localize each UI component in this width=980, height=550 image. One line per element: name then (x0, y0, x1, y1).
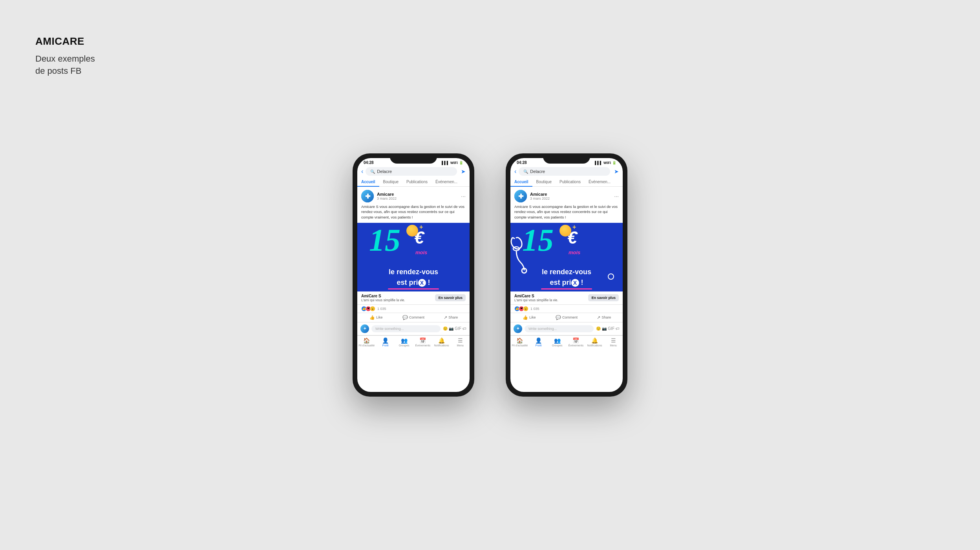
nav-notifs-label-2: Notifications (587, 344, 602, 347)
share-btn-1[interactable]: ↗ Share (432, 313, 470, 322)
avatar-1: ✚ (361, 190, 374, 202)
search-input-area-1[interactable]: 🔍 Delacre (366, 167, 457, 176)
reactions-row-2: 👍 ❤ 😮 1 035 (510, 305, 623, 313)
avatar-inner-2: ✚ (514, 190, 527, 202)
wow-reaction-2: 😮 (523, 306, 528, 311)
like-label-2: Like (529, 315, 536, 319)
profil-icon-2: 👤 (535, 337, 542, 344)
comment-input-1[interactable]: Write something... (371, 325, 441, 332)
share-icon-action-2: ↗ (597, 315, 600, 320)
nav-groupes-2[interactable]: 👥 Groupes (548, 337, 567, 347)
notifs-icon-1: 🔔 (438, 337, 445, 344)
circle-o-2 (608, 273, 614, 280)
ad-image-1: + 15 € mois le rendez-vous est priX ! (357, 223, 470, 291)
nav-notifs-1[interactable]: 🔔 Notifications (432, 337, 451, 347)
mois-text-2: mois (569, 250, 580, 255)
nav-groupes-1[interactable]: 👥 Groupes (395, 337, 413, 347)
post-header-1: ✚ Amicare 3 mars 2022 ··· (357, 187, 470, 204)
search-icon-1: 🔍 (370, 169, 375, 174)
comment-emoji-row-1: 🙂 📷 GIF 🏷 (443, 326, 466, 331)
prix-x-2: X (571, 279, 579, 287)
learn-more-btn-1[interactable]: En savoir plus (435, 294, 466, 301)
tab-accueil-1[interactable]: Accueil (357, 177, 379, 186)
photo-icon-2[interactable]: 📷 (602, 326, 607, 331)
post-author-1: Amicare (377, 192, 458, 197)
post-menu-1[interactable]: ··· (461, 193, 466, 199)
post-menu-2[interactable]: ··· (614, 193, 619, 199)
nav-menu-label-2: Menu (610, 344, 617, 347)
search-bar-1[interactable]: ‹ 🔍 Delacre ➤ (357, 166, 470, 177)
ad-page-name-2: AmiCare S (514, 294, 558, 298)
gif-icon-1[interactable]: GIF (455, 326, 461, 331)
ad-footer-left-1: AmiCare S L'ami qui vous simplifie la vi… (361, 294, 405, 302)
underline-2 (541, 288, 592, 290)
share-icon-1[interactable]: ➤ (461, 168, 466, 175)
comment-btn-1[interactable]: 💬 Comment (395, 313, 432, 322)
nav-menu-1[interactable]: ☰ Menu (451, 337, 470, 347)
emoji-icon-1[interactable]: 🙂 (443, 326, 448, 331)
action-row-2: 👍 Like 💬 Comment ↗ Share (510, 313, 623, 322)
comment-avatar-1: ✚ (360, 324, 369, 333)
comment-row-1: ✚ Write something... 🙂 📷 GIF 🏷 (357, 322, 470, 335)
comment-input-2[interactable]: Write something... (525, 325, 594, 332)
profil-icon-1: 👤 (382, 337, 389, 344)
tab-evenements-1[interactable]: Événemen... (431, 177, 461, 186)
subtitle: Deux exemples de posts FB (35, 53, 95, 77)
comment-avatar-2: ✚ (514, 324, 522, 333)
status-icons-1: ▌▌▌ WiFi 🔋 (442, 161, 463, 165)
nav-evenements-1[interactable]: 📅 Événements (413, 337, 432, 347)
tab-accueil-2[interactable]: Accueil (510, 177, 532, 186)
search-input-area-2[interactable]: 🔍 Delacre (519, 167, 610, 176)
nav-evenements-2[interactable]: 📅 Événements (567, 337, 585, 347)
nav-menu-2[interactable]: ☰ Menu (604, 337, 623, 347)
ad-footer-1: AmiCare S L'ami qui vous simplifie la vi… (357, 291, 470, 305)
status-icons-2: ▌▌▌ WiFi 🔋 (595, 161, 616, 165)
big-price-1: 15 (369, 226, 400, 254)
phone-1: 04:28 ▌▌▌ WiFi 🔋 ‹ 🔍 Delacre ➤ Accueil (353, 153, 474, 397)
photo-icon-1[interactable]: 📷 (449, 326, 453, 331)
comment-btn-2[interactable]: 💬 Comment (548, 313, 585, 322)
notifs-icon-2: 🔔 (591, 337, 598, 344)
nav-feed-2[interactable]: 🏠 Fil d'actualité (510, 337, 529, 347)
like-btn-1[interactable]: 👍 Like (357, 313, 395, 322)
post-text-2: Amicare S vous accompagne dans la gestio… (510, 204, 623, 223)
phone-screen-2: 04:28 ▌▌▌ WiFi 🔋 ‹ 🔍 Delacre ➤ Accueil (510, 158, 623, 392)
like-btn-2[interactable]: 👍 Like (510, 313, 548, 322)
status-time-1: 04:28 (364, 160, 374, 165)
nav-profil-1[interactable]: 👤 Profil (376, 337, 395, 347)
back-button-1[interactable]: ‹ (361, 168, 363, 175)
post-meta-2: Amicare 3 mars 2022 (530, 192, 611, 200)
ad-page-sub-1: L'ami qui vous simplifie la vie. (361, 298, 405, 302)
mois-text-1: mois (415, 250, 427, 255)
tab-boutique-2[interactable]: Boutique (532, 177, 556, 186)
gif-icon-2[interactable]: GIF (608, 326, 614, 331)
learn-more-btn-2[interactable]: En savoir plus (588, 294, 619, 301)
emoji-icon-2[interactable]: 🙂 (596, 326, 601, 331)
search-query-2: Delacre (530, 169, 545, 174)
nav-feed-1[interactable]: 🏠 Fil d'actualité (357, 337, 376, 347)
sticker-icon-1[interactable]: 🏷 (463, 326, 466, 331)
ad-image-2: + 15 € mois le rendez-vous (510, 223, 623, 291)
nav-profil-2[interactable]: 👤 Profil (529, 337, 548, 347)
share-icon-2[interactable]: ➤ (614, 168, 619, 175)
nav-notifs-2[interactable]: 🔔 Notifications (585, 337, 604, 347)
battery-icon-1: 🔋 (459, 161, 463, 165)
tab-boutique-1[interactable]: Boutique (379, 177, 402, 186)
ad-footer-left-2: AmiCare S L'ami qui vous simplifie la vi… (514, 294, 558, 302)
comment-row-2: ✚ Write something... 🙂 📷 GIF 🏷 (510, 322, 623, 335)
tab-publications-1[interactable]: Publications (402, 177, 431, 186)
tab-evenements-2[interactable]: Événemen... (585, 177, 614, 186)
prix-text-2: est priX ! (510, 279, 623, 287)
sticker-icon-2[interactable]: 🏷 (616, 326, 620, 331)
nav-profil-label-1: Profil (382, 344, 389, 347)
bottom-nav-1: 🏠 Fil d'actualité 👤 Profil 👥 Groupes 📅 É… (357, 335, 470, 349)
comment-icon-2: 💬 (556, 315, 561, 320)
tab-publications-2[interactable]: Publications (556, 177, 585, 186)
back-button-2[interactable]: ‹ (514, 168, 516, 175)
action-row-1: 👍 Like 💬 Comment ↗ Share (357, 313, 470, 322)
share-btn-2[interactable]: ↗ Share (585, 313, 623, 322)
search-bar-2[interactable]: ‹ 🔍 Delacre ➤ (510, 166, 623, 177)
search-query-1: Delacre (377, 169, 392, 174)
reaction-icons-1: 👍 ❤ 😮 (361, 306, 375, 311)
ad-page-sub-2: L'ami qui vous simplifie la vie. (514, 298, 558, 302)
